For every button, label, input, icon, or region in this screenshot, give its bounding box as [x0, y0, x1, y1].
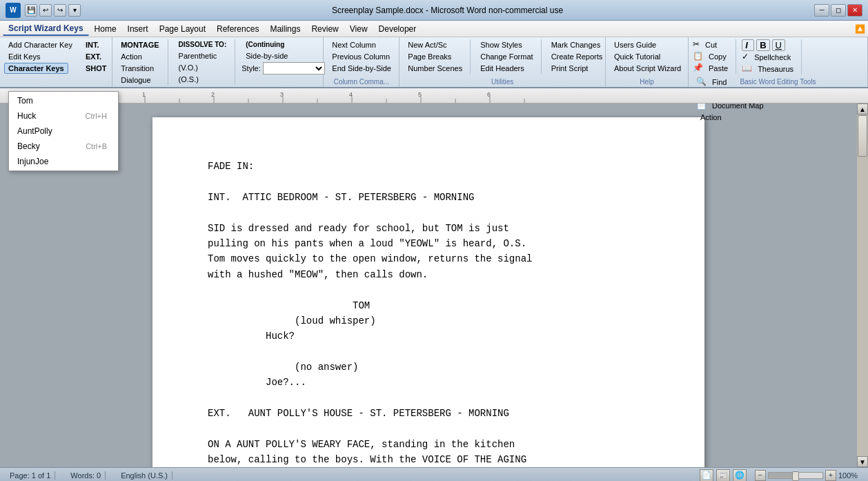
- svg-text:2: 2: [211, 91, 215, 98]
- close-button[interactable]: ✕: [847, 4, 862, 17]
- action-button[interactable]: Action: [117, 51, 146, 62]
- newactsc-button[interactable]: New Act/Sc: [404, 39, 451, 50]
- view-full-button[interactable]: 📰: [716, 469, 730, 482]
- menu-developer[interactable]: Developer: [373, 23, 422, 35]
- ribbon-group-characterkeys: Add Character Key Edit Keys Character Ke…: [0, 37, 112, 87]
- spellcheck-button[interactable]: Spellcheck: [750, 52, 795, 63]
- changeformat-button[interactable]: Change Format: [476, 51, 537, 62]
- quicktutorial-button[interactable]: Quick Tutorial: [610, 51, 664, 62]
- os-button[interactable]: (O.S.): [175, 74, 203, 85]
- dropdown-item-huck-label: Huck: [17, 111, 36, 121]
- characterkeys-content: Add Character Key Edit Keys Character Ke…: [4, 39, 108, 76]
- editing-col2: I B U ✓ Spellcheck 📖 Thesaurus: [738, 39, 802, 75]
- menu-mailings[interactable]: Mailings: [264, 23, 306, 35]
- dropdown-item-tom-label: Tom: [17, 96, 33, 106]
- editing-label: Basic Word Editing Tools: [689, 78, 867, 86]
- int-button[interactable]: INT.: [81, 39, 103, 50]
- utilities-col3: Mark Changes Create Reports Print Script: [544, 39, 607, 74]
- action-editing-button[interactable]: Action: [696, 112, 726, 123]
- document-page[interactable]: FADE IN: INT. ATTIC BEDROOM - ST. PETERS…: [152, 117, 704, 467]
- dropdown-item-huck[interactable]: Huck Ctrl+H: [9, 108, 118, 124]
- dropdown-item-becky[interactable]: Becky Ctrl+B: [9, 139, 118, 154]
- zoom-in-button[interactable]: +: [825, 470, 836, 481]
- view-web-button[interactable]: 🌐: [733, 469, 747, 482]
- vo-button[interactable]: (V.O.): [175, 62, 202, 73]
- menu-references[interactable]: References: [211, 23, 264, 35]
- zoom-thumb[interactable]: [792, 471, 799, 481]
- copy-button[interactable]: Copy: [704, 51, 731, 62]
- bold-button[interactable]: B: [756, 39, 769, 51]
- ext-button[interactable]: EXT.: [81, 51, 106, 62]
- underline-button[interactable]: U: [772, 39, 785, 51]
- markchanges-button[interactable]: Mark Changes: [547, 39, 605, 50]
- italic-button[interactable]: I: [742, 39, 754, 51]
- dropdown-item-injunjoe-label: InjunJoe: [17, 157, 48, 166]
- ribbon-minimize-icon[interactable]: 🔼: [855, 24, 865, 34]
- view-print-button[interactable]: 📄: [700, 469, 713, 482]
- spellcheck-icon: ✓: [742, 52, 749, 63]
- showstyles-button[interactable]: Show Styles: [476, 39, 526, 50]
- pagebreaks-button[interactable]: Page Breaks: [404, 51, 455, 62]
- menu-scriptwizardkeys[interactable]: Script Wizard Keys: [3, 22, 89, 36]
- printscript-button[interactable]: Print Script: [547, 63, 593, 74]
- redo-button[interactable]: ↪: [54, 4, 66, 17]
- add-character-key-button[interactable]: Add Character Key: [4, 39, 77, 50]
- svg-text:3: 3: [280, 91, 284, 98]
- title-bar: W 💾 ↩ ↪ ▾ Screenplay Sample.docx - Micro…: [0, 0, 868, 21]
- edit-keys-button[interactable]: Edit Keys: [4, 51, 44, 62]
- menu-pagelayout[interactable]: Page Layout: [154, 23, 211, 35]
- dropdown-item-tom[interactable]: Tom: [9, 93, 118, 108]
- restore-button[interactable]: ◻: [831, 4, 846, 17]
- dropdown-item-injunjoe[interactable]: InjunJoe: [9, 154, 118, 169]
- minimize-button[interactable]: ─: [814, 4, 829, 17]
- aboutscriptwizard-button[interactable]: About Script Wizard: [610, 63, 685, 74]
- end-sidebyside-button[interactable]: End Side-by-Side: [328, 63, 395, 74]
- menu-home[interactable]: Home: [89, 23, 122, 35]
- scrollbar-track[interactable]: [857, 115, 868, 456]
- paste-button[interactable]: Paste: [704, 63, 732, 74]
- horizontal-ruler: 12 34 56: [0, 88, 868, 104]
- parenthetic-button[interactable]: Parenthetic: [175, 50, 221, 61]
- save-button[interactable]: 💾: [25, 4, 37, 17]
- page-wrapper[interactable]: FADE IN: INT. ATTIC BEDROOM - ST. PETERS…: [0, 104, 857, 467]
- scrollbar-down-button[interactable]: ▼: [857, 456, 868, 467]
- help-label: Help: [606, 78, 688, 86]
- menu-view[interactable]: View: [344, 23, 373, 35]
- montage-col: MONTAGE Action Transition Dialogue: [117, 39, 168, 86]
- copy-row: 📋 Copy: [693, 51, 731, 62]
- status-words: Words: 0: [66, 471, 106, 480]
- editheaders-button[interactable]: Edit Headers: [476, 63, 529, 74]
- previous-column-button[interactable]: Previous Column: [328, 51, 394, 62]
- menu-insert[interactable]: Insert: [122, 23, 154, 35]
- undo-button[interactable]: ↩: [39, 4, 52, 17]
- customize-button[interactable]: ▾: [68, 4, 81, 17]
- zoom-out-button[interactable]: −: [755, 470, 766, 481]
- thesaurus-button[interactable]: Thesaurus: [753, 63, 798, 75]
- sidebyside-button[interactable]: Side-by-side: [241, 50, 292, 61]
- dropdown-item-huck-shortcut: Ctrl+H: [86, 112, 107, 120]
- transition-button[interactable]: Transition: [117, 63, 158, 74]
- usersguide-button[interactable]: Users Guide: [610, 39, 660, 50]
- character-keys-button[interactable]: Character Keys: [4, 63, 68, 74]
- menu-review[interactable]: Review: [306, 23, 344, 35]
- zoom-slider[interactable]: [768, 472, 823, 479]
- svg-text:5: 5: [418, 91, 422, 98]
- format-row: I B U: [742, 39, 785, 51]
- dialogue-button[interactable]: Dialogue: [117, 75, 155, 86]
- style-select[interactable]: [263, 62, 325, 75]
- vertical-scrollbar[interactable]: ▲ ▼: [857, 104, 868, 467]
- shot-button[interactable]: SHOT: [81, 63, 111, 74]
- document-text[interactable]: FADE IN: INT. ATTIC BEDROOM - ST. PETERS…: [208, 159, 649, 467]
- main-content-area: FADE IN: INT. ATTIC BEDROOM - ST. PETERS…: [0, 104, 868, 467]
- svg-text:4: 4: [349, 91, 353, 98]
- help-buttons: Users Guide Quick Tutorial About Script …: [610, 39, 685, 74]
- createreports-button[interactable]: Create Reports: [547, 51, 607, 62]
- numberscenes-button[interactable]: Number Scenes: [404, 63, 466, 74]
- character-keys-dropdown: Tom Huck Ctrl+H AuntPolly Becky Ctrl+B I…: [8, 91, 119, 171]
- cut-row: ✂ Cut: [693, 39, 721, 50]
- next-column-button[interactable]: Next Column: [328, 39, 380, 50]
- zoom-level: 100%: [838, 471, 862, 480]
- dropdown-item-auntpolly[interactable]: AuntPolly: [9, 124, 118, 139]
- document-area: 12 34 56 FADE IN: INT. ATTIC BEDROOM - S…: [0, 88, 868, 467]
- cut-button[interactable]: Cut: [701, 39, 721, 50]
